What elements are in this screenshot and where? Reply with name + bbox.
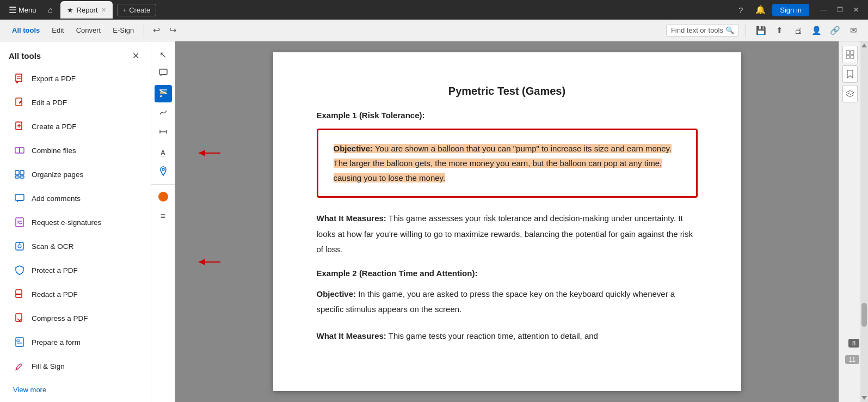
home-button[interactable]: ⌂ bbox=[43, 2, 58, 17]
bell-icon: 🔔 bbox=[755, 5, 766, 15]
svg-rect-37 bbox=[851, 56, 854, 58]
highlighted-paragraph-box: Objective: You are shown a balloon that … bbox=[317, 129, 698, 198]
sidebar-item-combine-files[interactable]: Combine files bbox=[4, 139, 146, 162]
tab-label: Report bbox=[77, 6, 98, 14]
more-options-button[interactable]: ≡ bbox=[155, 208, 172, 225]
stamp-icon: A bbox=[161, 149, 165, 157]
layers-panel-button[interactable] bbox=[842, 85, 858, 102]
svg-rect-22 bbox=[16, 338, 23, 346]
vertical-scrollbar[interactable]: 8 11 bbox=[860, 41, 868, 402]
upload-button[interactable]: ⬆ bbox=[771, 22, 787, 39]
sidebar-item-compress-pdf[interactable]: Compress a PDF bbox=[4, 307, 146, 330]
svg-rect-25 bbox=[159, 69, 167, 75]
svg-rect-10 bbox=[20, 170, 24, 175]
thumbnail-panel-button[interactable] bbox=[842, 46, 858, 63]
menu-label: Menu bbox=[19, 6, 36, 14]
toolbar-nav: ↩ ↪ bbox=[149, 23, 180, 38]
request-esignatures-label: Request e-signatures bbox=[32, 218, 101, 227]
maximize-icon: ❐ bbox=[837, 6, 843, 14]
upload-icon: ⬆ bbox=[776, 26, 783, 35]
minimize-button[interactable]: — bbox=[816, 2, 831, 17]
sidebar-item-request-esignatures[interactable]: Request e-signatures bbox=[4, 211, 146, 234]
pin-icon bbox=[159, 166, 168, 178]
orange-dot-button[interactable] bbox=[155, 188, 172, 205]
organize-pages-icon bbox=[13, 168, 26, 181]
scroll-thumb[interactable] bbox=[861, 303, 867, 327]
share-icon: 👤 bbox=[811, 26, 822, 35]
svg-rect-14 bbox=[16, 218, 23, 227]
export-pdf-icon bbox=[13, 72, 26, 85]
more-icon: ≡ bbox=[161, 211, 165, 221]
svg-rect-11 bbox=[15, 176, 19, 178]
sidebar-item-fill-sign[interactable]: Fill & Sign bbox=[4, 355, 146, 377]
draw-tool-button[interactable] bbox=[155, 105, 172, 122]
what-measures2-body: This game tests your reaction time, atte… bbox=[386, 331, 598, 340]
menu-button[interactable]: ☰ Menu bbox=[4, 3, 41, 17]
sign-in-button[interactable]: Sign in bbox=[772, 4, 809, 16]
edit-button[interactable]: Edit bbox=[46, 24, 69, 36]
sidebar-item-scan-ocr[interactable]: Scan & OCR bbox=[4, 235, 146, 258]
email-icon: ✉ bbox=[850, 26, 857, 35]
link-button[interactable]: 🔗 bbox=[827, 22, 843, 39]
undo-button[interactable]: ↩ bbox=[149, 23, 164, 38]
scroll-up-button[interactable] bbox=[861, 44, 867, 47]
email-button[interactable]: ✉ bbox=[845, 22, 861, 39]
report-tab[interactable]: ★ Report ✕ bbox=[60, 1, 113, 19]
sidebar-item-edit-pdf[interactable]: Edit a PDF bbox=[4, 91, 146, 114]
sidebar-item-add-comments[interactable]: Add comments bbox=[4, 187, 146, 210]
line-tool-button[interactable] bbox=[155, 124, 172, 142]
plus-icon: + bbox=[123, 6, 127, 14]
what-measures2-label: What It Measures: bbox=[317, 331, 386, 340]
svg-rect-9 bbox=[15, 170, 19, 175]
share-button[interactable]: 👤 bbox=[808, 22, 824, 39]
help-button[interactable]: ? bbox=[733, 2, 748, 17]
sidebar-item-organize-pages[interactable]: Organize pages bbox=[4, 163, 146, 186]
stamp-tool-button[interactable]: A bbox=[155, 144, 172, 161]
tab-area: ★ Report ✕ + Create bbox=[60, 1, 731, 19]
notification-button[interactable]: 🔔 bbox=[753, 2, 768, 17]
all-tools-sidebar: All tools ✕ Export a PDF Edit a PDF Crea… bbox=[0, 41, 151, 402]
svg-rect-20 bbox=[16, 294, 21, 295]
sidebar-item-prepare-form[interactable]: Prepare a form bbox=[4, 331, 146, 354]
bookmarks-panel-button[interactable] bbox=[842, 65, 858, 83]
sidebar-item-export-pdf[interactable]: Export a PDF bbox=[4, 67, 146, 90]
view-more-button[interactable]: View more bbox=[4, 380, 146, 399]
scroll-down-button[interactable] bbox=[861, 396, 867, 400]
print-icon: 🖨 bbox=[794, 26, 802, 35]
maximize-button[interactable]: ❐ bbox=[832, 2, 847, 17]
tab-close-button[interactable]: ✕ bbox=[101, 7, 106, 14]
edit-pdf-label: Edit a PDF bbox=[32, 99, 67, 107]
window-controls: — ❐ ✕ bbox=[816, 2, 864, 17]
page-number-current: 8 bbox=[852, 340, 855, 346]
redo-button[interactable]: ↪ bbox=[165, 23, 180, 38]
draw-icon bbox=[158, 107, 168, 119]
highlighted-paragraph: Objective: You are shown a balloon that … bbox=[334, 141, 681, 185]
close-button[interactable]: ✕ bbox=[848, 2, 864, 17]
comment-tool-button[interactable] bbox=[155, 65, 172, 83]
select-tool-button[interactable]: ↖ bbox=[155, 46, 172, 63]
sidebar-item-redact-pdf[interactable]: Redact a PDF bbox=[4, 283, 146, 306]
svg-line-43 bbox=[850, 95, 854, 97]
create-pdf-icon bbox=[13, 120, 26, 133]
search-tools-box[interactable]: Find text or tools 🔍 bbox=[666, 24, 739, 36]
print-button[interactable]: 🖨 bbox=[790, 22, 806, 39]
esign-button[interactable]: E-Sign bbox=[107, 24, 139, 36]
protect-pdf-label: Protect a PDF bbox=[32, 266, 78, 275]
new-tab-button[interactable]: + Create bbox=[117, 4, 157, 16]
sidebar-item-protect-pdf[interactable]: Protect a PDF bbox=[4, 259, 146, 282]
all-tools-button[interactable]: All tools bbox=[7, 24, 45, 36]
right-side-panel bbox=[839, 41, 860, 402]
pdf-content[interactable]: Pymetric Test (Games) Example 1 (Risk To… bbox=[175, 41, 839, 402]
highlight-tool-button[interactable] bbox=[155, 85, 172, 102]
request-esignatures-icon bbox=[13, 216, 26, 229]
toolbar-right: Find text or tools 🔍 💾 ⬆ 🖨 👤 🔗 ✉ bbox=[666, 22, 861, 39]
svg-line-39 bbox=[846, 90, 850, 93]
what-measures2-text: What It Measures: This game tests your r… bbox=[317, 328, 698, 344]
annotation-toolbar: ↖ A bbox=[151, 41, 175, 402]
sidebar-item-create-pdf[interactable]: Create a PDF bbox=[4, 115, 146, 138]
select-icon: ↖ bbox=[159, 50, 167, 60]
sidebar-close-button[interactable]: ✕ bbox=[129, 49, 142, 62]
save-button[interactable]: 💾 bbox=[753, 22, 769, 39]
convert-button[interactable]: Convert bbox=[71, 24, 107, 36]
pin-tool-button[interactable] bbox=[155, 163, 172, 181]
